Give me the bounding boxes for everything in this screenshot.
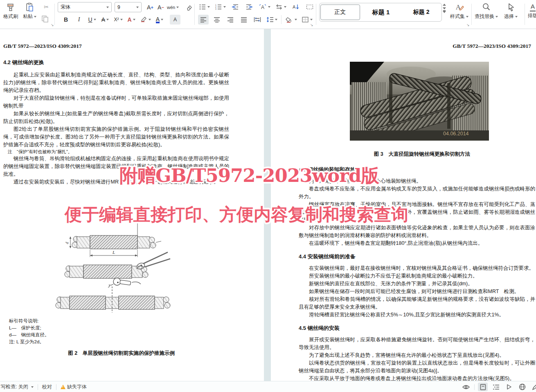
paragraph-launcher-icon[interactable]: ↘ (310, 23, 313, 27)
paragraph: 为了避免出现上述不良趋势，宜将钢丝绳在允许的最小松弛状态下呈直线放出(见图4)。 (299, 352, 535, 359)
superscript-button[interactable]: X² (113, 15, 124, 25)
layout-button[interactable]: A 排版 (528, 2, 536, 19)
copy-icon[interactable] (41, 15, 49, 23)
chevron-down-icon (176, 7, 179, 8)
page-header: GB/T 5972—2023/ISO 4309:2017 (3, 43, 229, 49)
clear-format-button[interactable] (184, 2, 194, 12)
font-color-button[interactable]: A (154, 15, 165, 25)
paragraph: 起重机上应安装由起重机制造商规定的正确长度、直径、结构、类型、捻向和强度(如最小… (3, 71, 229, 94)
character-shading-button[interactable]: A (170, 15, 180, 25)
bold-button[interactable]: B (61, 15, 71, 25)
gallery-more-icon[interactable] (443, 11, 446, 13)
chevron-down-icon (495, 16, 498, 18)
dashed-box-icon (306, 4, 313, 10)
ribbon-separator (54, 4, 55, 25)
increase-font-button[interactable]: A+ (145, 2, 155, 12)
style-item-heading2[interactable]: 标题 2 (402, 4, 441, 20)
style-item-heading1[interactable]: 标题 1 (362, 4, 401, 20)
svg-text:A: A (293, 4, 296, 9)
font-size-select[interactable]: 9 (115, 2, 142, 12)
chevron-down-icon (223, 6, 226, 8)
phonetic-guide-button[interactable]: wén (166, 2, 180, 12)
justify-button[interactable] (239, 15, 249, 25)
missing-fonts-warning[interactable]: 缺失字体 (61, 383, 87, 390)
page-view-button[interactable] (478, 383, 488, 391)
style-item-body[interactable]: 正文 (320, 4, 360, 20)
svg-text:A: A (261, 4, 264, 10)
phonetic-guide-glyph: wén (167, 5, 175, 10)
superscript-glyph: X² (114, 17, 119, 22)
text-direction-button[interactable]: A (258, 2, 271, 12)
decrease-font-button[interactable]: A− (155, 2, 166, 12)
chevron-down-icon (275, 19, 277, 20)
borders-icon (302, 16, 309, 23)
status-bar: 写检查: 关闭 校对 缺失字体 (0, 381, 536, 392)
paragraph-layout-button[interactable] (304, 2, 315, 12)
ribbon-separator (316, 4, 316, 25)
align-center-button[interactable] (212, 15, 222, 25)
outline-view-button[interactable] (491, 383, 501, 391)
styles-launcher-icon[interactable]: ↘ (466, 23, 470, 27)
increase-indent-button[interactable] (244, 2, 254, 12)
figure3-caption: 图 3 大直径阻旋转钢丝绳更换和切割方法 (299, 150, 535, 158)
align-right-button[interactable] (225, 15, 236, 25)
paragraph: 对于大直径的阻旋转钢丝绳，特别是在准备试样时，可单独采取措施来固定钢丝绳端部，如… (3, 94, 229, 110)
char-scale-button[interactable] (275, 2, 287, 12)
sort-button[interactable]: A (291, 2, 301, 12)
gallery-down-icon[interactable] (443, 7, 446, 9)
statusbar-separator (474, 384, 475, 390)
ribbon-separator (525, 4, 525, 25)
align-left-icon (200, 17, 207, 22)
chevron-down-icon (295, 19, 297, 20)
italic-button[interactable]: I (74, 15, 84, 25)
read-mode-button[interactable] (504, 383, 514, 391)
format-painter-button[interactable]: 格式刷 (3, 2, 18, 20)
paste-button[interactable]: 粘贴 (23, 2, 36, 20)
watermark-line1: 附赠GB/T5972-2023word版 (119, 164, 379, 188)
select-label: 选择 (504, 13, 514, 20)
gallery-up-icon[interactable] (443, 4, 446, 6)
edit-mode-button[interactable] (530, 383, 536, 391)
line-spacing-button[interactable] (266, 15, 278, 25)
paste-label: 粘贴 (23, 13, 33, 20)
find-replace-label: 查找替换 (475, 13, 494, 20)
numbered-list-button[interactable]: 123 (214, 2, 227, 12)
figure2-dim-L: L (112, 250, 115, 255)
pen-icon (532, 384, 536, 390)
find-replace-button[interactable]: 查找替换 (475, 2, 498, 20)
chevron-down-icon (120, 19, 123, 20)
strikethrough-button[interactable]: A (100, 15, 110, 25)
align-left-button[interactable] (198, 15, 209, 25)
paragraph: 展开或安装钢丝绳时，应采取各种措施避免钢丝绳旋转。否则可能使钢丝绳产生结环、扭结… (299, 336, 535, 352)
paragraph: 滑轮绳槽直径宜比钢丝绳公称直径大5%～10%,且至少宜比新钢丝绳的实测直径大1%… (299, 311, 535, 319)
paragraph: 在温暖环境下，钢丝绳卷盘宜定期翻转180°,防止润滑油(脂)从钢丝绳内流出。 (299, 240, 535, 247)
spell-check-status[interactable]: 写检查: 关闭 (1, 383, 34, 390)
proofread-button[interactable]: 校对 (42, 383, 52, 390)
select-button[interactable]: 选择 (504, 2, 518, 20)
font-name-select[interactable]: 宋体 (58, 2, 112, 12)
text-effects-glyph: A (127, 16, 131, 23)
missing-fonts-label: 缺失字体 (67, 383, 87, 390)
decrease-indent-icon (232, 4, 239, 10)
cut-icon[interactable]: ✂ (41, 2, 52, 12)
figure3-photo: 04.06.2014 (350, 62, 489, 141)
warning-icon (61, 385, 65, 389)
clipboard-launcher-icon[interactable]: ↘ (51, 23, 54, 27)
chevron-down-icon (466, 16, 468, 18)
style-set-button[interactable]: A 样式集 (450, 2, 468, 20)
bullet-list-button[interactable] (198, 2, 211, 12)
decrease-indent-button[interactable] (230, 2, 241, 12)
chevron-down-icon (94, 19, 96, 20)
web-view-button[interactable] (517, 383, 527, 391)
text-effects-button[interactable]: A (126, 15, 137, 25)
eye-icon (462, 384, 470, 390)
underline-button[interactable]: U (87, 15, 97, 25)
increase-indent-icon (245, 4, 253, 10)
shading-bucket-button[interactable] (284, 15, 298, 25)
distribute-button[interactable] (252, 15, 263, 25)
increase-font-glyph: A (147, 4, 151, 11)
highlight-button[interactable] (139, 15, 152, 25)
chevron-down-icon (310, 19, 313, 20)
highlight-pen-icon (140, 16, 147, 23)
eye-protect-button[interactable] (461, 383, 471, 391)
